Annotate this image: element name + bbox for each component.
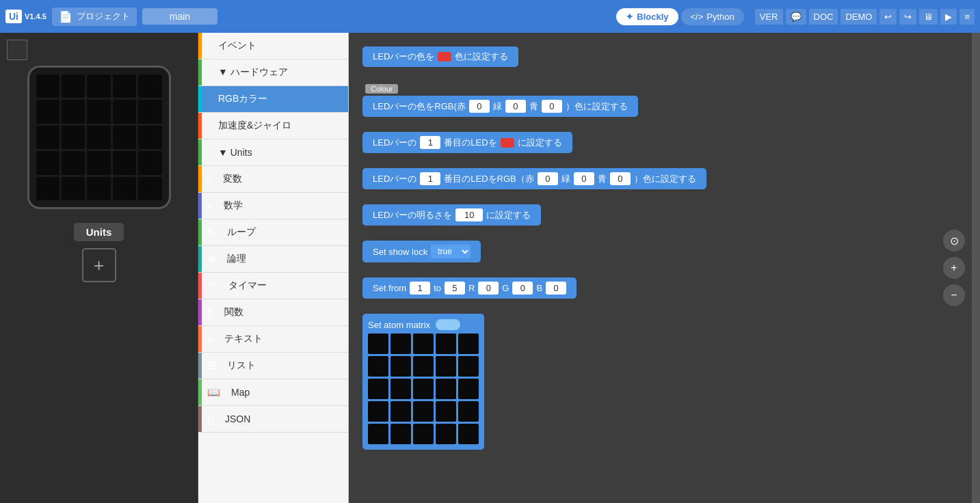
sidebar-item-hardware[interactable]: ▼ ハードウェア: [198, 59, 348, 86]
block7-r-input[interactable]: [478, 282, 499, 295]
matrix-cell[interactable]: [436, 401, 456, 422]
block3-mid: 番目のLEDを: [444, 137, 496, 149]
matrix-cell[interactable]: [458, 424, 479, 444]
tab-blockly[interactable]: ✦ Blockly: [616, 8, 678, 25]
block-set-show-lock[interactable]: Set show lock true false: [362, 241, 481, 262]
sidebar-item-logic[interactable]: ⊗ 論理: [198, 246, 348, 273]
block-led-nth-rgb-set[interactable]: LEDバーの 番目のLEDをRGB（赤 緑 青 ）色に設定する: [362, 168, 706, 189]
preview-cell: [113, 177, 136, 200]
preview-cell: [87, 74, 110, 98]
matrix-cell[interactable]: [436, 334, 456, 354]
block3-num-input[interactable]: [420, 136, 440, 149]
matrix-cell[interactable]: [436, 424, 456, 444]
units-label[interactable]: Units: [74, 223, 124, 241]
logo-icon: Ui: [5, 10, 22, 23]
zoom-in-button[interactable]: +: [943, 257, 965, 279]
matrix-cell[interactable]: [390, 424, 411, 444]
right-scrollbar[interactable]: [972, 33, 980, 503]
run-button[interactable]: ▶: [940, 9, 957, 25]
python-icon: </>: [691, 12, 704, 22]
block2-green-input[interactable]: [505, 100, 526, 113]
sidebar-item-map[interactable]: 📖 Map: [198, 379, 348, 406]
sidebar-item-text[interactable]: ≡ テキスト: [198, 326, 348, 353]
sidebar-item-math[interactable]: ± 数学: [198, 193, 348, 219]
block-row-4: LEDバーの 番目のLEDをRGB（赤 緑 青 ）色に設定する: [362, 168, 958, 198]
block4-red-input[interactable]: [538, 172, 558, 185]
json-icon: {}: [202, 413, 217, 425]
logic-icon: ⊗: [202, 253, 219, 265]
add-button[interactable]: +: [82, 248, 116, 282]
main-file-label[interactable]: main: [142, 8, 217, 25]
matrix-cell[interactable]: [413, 424, 434, 444]
block-set-atom-matrix[interactable]: Set atom matrix: [362, 314, 484, 450]
zoom-out-button[interactable]: −: [943, 284, 965, 306]
matrix-cell[interactable]: [368, 356, 388, 377]
sidebar-item-accel[interactable]: 加速度&ジャイロ: [198, 113, 348, 139]
demo-button[interactable]: DEMO: [840, 9, 877, 25]
sidebar-item-label: JSON: [217, 408, 348, 430]
sidebar-item-variable[interactable]: 𝑥 変数: [198, 166, 348, 193]
matrix-cell[interactable]: [458, 379, 479, 399]
matrix-cell[interactable]: [390, 379, 411, 399]
matrix-cell[interactable]: [458, 401, 479, 422]
matrix-cell[interactable]: [413, 379, 434, 399]
topbar: Ui V1.4.5 📄 プロジェクト main ✦ Blockly </> Py…: [0, 0, 980, 33]
matrix-cell[interactable]: [436, 379, 456, 399]
sidebar-item-loop[interactable]: ↻ ループ: [198, 219, 348, 246]
block4-num-input[interactable]: [420, 172, 440, 185]
block3-suffix: に設定する: [518, 137, 562, 149]
block7-b-input[interactable]: [546, 282, 566, 295]
block6-dropdown[interactable]: true false: [431, 245, 471, 258]
undo-button[interactable]: ↩: [879, 9, 897, 25]
block-set-from-to[interactable]: Set from to R G B: [362, 277, 577, 299]
block4-green-input[interactable]: [574, 172, 594, 185]
ver-button[interactable]: VER: [755, 9, 783, 25]
block2-red-input[interactable]: [469, 100, 490, 113]
matrix-cell[interactable]: [413, 356, 434, 377]
matrix-cell[interactable]: [390, 356, 411, 377]
matrix-cell[interactable]: [368, 379, 388, 399]
matrix-cell[interactable]: [458, 334, 479, 354]
color-mini-label: Colour: [365, 84, 398, 94]
sidebar-item-function[interactable]: Σ 関数: [198, 299, 348, 326]
sidebar-item-units[interactable]: ▼ Units: [198, 139, 348, 166]
matrix-cell[interactable]: [368, 401, 388, 422]
chat-button[interactable]: 💬: [786, 9, 806, 25]
block-led-brightness[interactable]: LEDバーの明るさを に設定する: [362, 204, 541, 226]
sidebar-item-json[interactable]: {} JSON: [198, 406, 348, 433]
blockly-icon: ✦: [626, 12, 633, 22]
matrix-cell[interactable]: [368, 334, 388, 354]
block7-g-input[interactable]: [512, 282, 533, 295]
block-led-nth-set[interactable]: LEDバーの 番目のLEDを に設定する: [362, 132, 572, 153]
color-swatch[interactable]: [7, 40, 27, 60]
sidebar-item-timer[interactable]: ⏱ タイマー: [198, 273, 348, 299]
redo-button[interactable]: ↪: [899, 9, 916, 25]
block-led-color-set[interactable]: LEDバーの色を 色に設定する: [362, 46, 518, 67]
block7-from-input[interactable]: [410, 282, 430, 295]
block7-to-input[interactable]: [445, 282, 465, 295]
block-led-rgb-set[interactable]: LEDバーの色をRGB(赤 緑 青 ）色に設定する: [362, 96, 638, 117]
matrix-cell[interactable]: [390, 401, 411, 422]
matrix-cell[interactable]: [436, 356, 456, 377]
block2-blue-input[interactable]: [542, 100, 562, 113]
matrix-cell[interactable]: [368, 424, 388, 444]
sidebar-item-rgb[interactable]: RGBカラー: [198, 86, 348, 113]
doc-button[interactable]: DOC: [809, 9, 838, 25]
block1-suffix: 色に設定する: [455, 51, 508, 63]
screen-button[interactable]: 🖥: [919, 9, 938, 25]
matrix-cell[interactable]: [413, 334, 434, 354]
sidebar-item-list[interactable]: ☰ リスト: [198, 353, 348, 379]
menu-button[interactable]: ≡: [959, 9, 975, 25]
block5-val-input[interactable]: [455, 208, 483, 221]
sidebar-item-event[interactable]: イベント: [198, 33, 348, 59]
block4-blue-input[interactable]: [610, 172, 631, 185]
preview-cell: [62, 74, 85, 98]
zoom-target-button[interactable]: ⊙: [943, 230, 965, 252]
preview-cell: [36, 177, 59, 200]
matrix-cell[interactable]: [413, 401, 434, 422]
matrix-cell[interactable]: [458, 356, 479, 377]
project-button[interactable]: 📄 プロジェクト: [52, 8, 137, 26]
matrix-cell[interactable]: [390, 334, 411, 354]
tab-python[interactable]: </> Python: [681, 8, 744, 25]
matrix-toggle[interactable]: [436, 319, 460, 330]
